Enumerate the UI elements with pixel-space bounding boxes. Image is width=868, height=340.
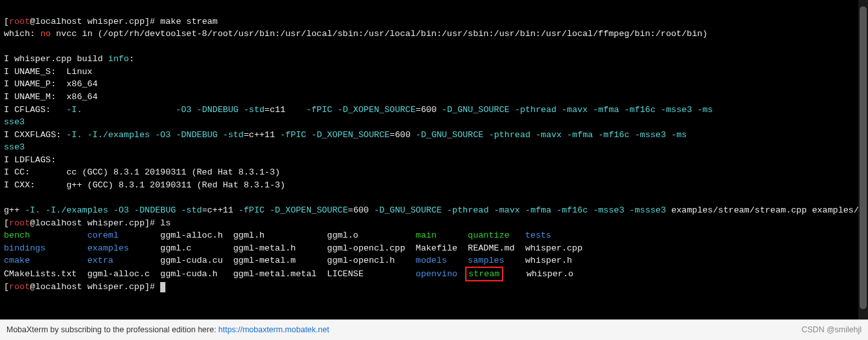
p3-close: ]# <box>145 282 160 292</box>
ls-whisper-cpp: whisper.cpp <box>525 243 582 253</box>
ls-whisper-h: whisper.h <box>525 256 572 265</box>
flag-gnu: -D_GNU_SOURCE <box>442 105 510 115</box>
sp <box>551 205 557 215</box>
ls-ggml-alloc-c: ggml-alloc.c <box>88 269 150 279</box>
p3-bracket: [ <box>4 282 9 292</box>
sp <box>234 205 239 215</box>
gpp-fpic: -fPIC <box>239 205 265 215</box>
ls-extra: extra <box>88 256 114 265</box>
p3-path: whisper.cpp <box>82 282 145 292</box>
p2-path: whisper.cpp <box>82 218 145 228</box>
gpp-eqcpp: =c++11 <box>202 205 234 215</box>
statusbar-text: MobaXterm by subscribing to the professi… <box>6 325 218 334</box>
which-no: no <box>41 29 51 39</box>
p3-host: localhost <box>35 282 82 292</box>
flag-i-cxx: -I. <box>66 130 82 140</box>
flag-fpic-2: -fPIC <box>280 130 306 140</box>
sp <box>129 205 134 215</box>
sp <box>411 130 416 140</box>
ls-cmakelists: CMakeLists.txt <box>4 269 77 279</box>
flag-dndebug: -DNDEBUG <box>197 105 239 115</box>
ls-ggml-metal-h: ggml-metal.h <box>233 243 295 253</box>
terminal-output[interactable]: [root@localhost whisper.cpp]# make strea… <box>0 0 868 319</box>
flag-o3-2: -O3 <box>155 130 171 140</box>
gpp-mfma: -mfma <box>525 205 551 215</box>
ls-samples: samples <box>468 256 504 265</box>
flag-pthread: -pthread <box>515 105 557 115</box>
terminal-scrollbar[interactable] <box>858 0 868 319</box>
cmd-ls: ls <box>160 218 171 228</box>
gpp-600: =600 <box>348 205 369 215</box>
gpp-tail: examples/stream/stream.cpp examples/comm… <box>666 205 868 215</box>
gpp-pre: g++ <box>4 205 24 215</box>
statusbar-watermark: CSDN @smilehjl <box>802 324 862 335</box>
flag-fpic: -fPIC <box>306 105 333 115</box>
flag-mfma-2: -mfma <box>567 130 593 140</box>
ls-tests: tests <box>525 231 551 240</box>
ls-models: models <box>416 256 447 265</box>
p2-at: @ <box>30 218 35 228</box>
statusbar: MobaXterm by subscribing to the professi… <box>0 319 868 340</box>
flag-sse3-wrap-2: sse3 <box>4 142 24 152</box>
prompt-path: whisper.cpp <box>82 17 145 26</box>
ls-whisper-o: whisper.o <box>526 269 573 279</box>
p2-host: localhost <box>35 218 82 228</box>
sp <box>150 130 155 140</box>
flag-sse3-wrap: sse3 <box>4 117 24 127</box>
cxx-line: I CXX: g++ (GCC) 8.3.1 20190311 (Red Hat… <box>4 180 285 190</box>
ldflags: I LDFLAGS: <box>4 155 56 165</box>
sp <box>588 205 593 215</box>
cursor[interactable] <box>160 282 165 292</box>
statusbar-link[interactable]: https://mobaxterm.mobatek.net <box>218 325 329 334</box>
flag-ms-wrap-2: -ms <box>671 130 687 140</box>
flag-o3: -O3 <box>176 105 191 115</box>
sp <box>108 205 113 215</box>
sp <box>306 130 311 140</box>
cmd-make-stream: make stream <box>160 17 217 26</box>
sp <box>332 105 337 115</box>
gpp-gnu: -D_GNU_SOURCE <box>374 205 441 215</box>
gpp-mf16c: -mf16c <box>557 205 588 215</box>
build-info: info <box>108 54 129 64</box>
gpp-std: -std <box>181 205 202 215</box>
uname-s: I UNAME_S: Linux <box>4 67 93 77</box>
scrollbar-thumb[interactable] <box>860 6 867 309</box>
flag-i: -I. <box>66 105 82 115</box>
flag-msse3: -msse3 <box>661 105 692 115</box>
ls-examples: examples <box>88 243 129 253</box>
flag-mavx-2: -mavx <box>535 130 562 140</box>
ls-bindings: bindings <box>4 243 46 253</box>
ls-license: LICENSE <box>327 269 364 279</box>
ls-ggml-cuda-h: ggml-cuda.h <box>160 269 217 279</box>
p3-at: @ <box>30 282 35 292</box>
cc-line: I CC: cc (GCC) 8.3.1 20190311 (Red Hat 8… <box>4 167 280 177</box>
uname-m: I UNAME_M: x86_64 <box>4 92 98 102</box>
prompt-close: ]# <box>145 17 160 26</box>
ls-ggml-o: ggml.o <box>327 231 358 240</box>
flag-xopen-2: -D_XOPEN_SOURCE <box>311 130 390 140</box>
gpp-dnd: -DNDEBUG <box>134 205 176 215</box>
cflags-pre: I CFLAGS: <box>4 105 66 115</box>
sp <box>593 130 598 140</box>
gpp-mavx: -mavx <box>494 205 521 215</box>
gpp-xopen: -D_XOPEN_SOURCE <box>270 205 348 215</box>
sp <box>656 105 661 115</box>
flag-xopen: -D_XOPEN_SOURCE <box>338 105 416 115</box>
ls-ggml-alloc-h: ggml-alloc.h <box>160 231 223 240</box>
flag-msse3-2: -msse3 <box>634 130 666 140</box>
ls-cmake: cmake <box>4 256 30 265</box>
sp <box>587 105 593 115</box>
flag-mavx: -mavx <box>562 105 588 115</box>
flag-mfma: -mfma <box>593 105 620 115</box>
sp <box>510 105 515 115</box>
prompt-host: localhost <box>35 17 82 26</box>
gpp-iex: -I./examples <box>46 205 108 215</box>
ls-quantize: quantize <box>468 231 510 240</box>
ls-main: main <box>416 231 436 240</box>
ls-ggml-opencl-cpp: ggml-opencl.cpp <box>327 243 405 253</box>
which-post: nvcc in (/opt/rh/devtoolset-8/root/usr/b… <box>51 29 708 39</box>
sp <box>41 205 46 215</box>
ls-ggml-h: ggml.h <box>233 231 264 240</box>
sp <box>82 105 176 115</box>
build-colon: : <box>129 54 134 64</box>
